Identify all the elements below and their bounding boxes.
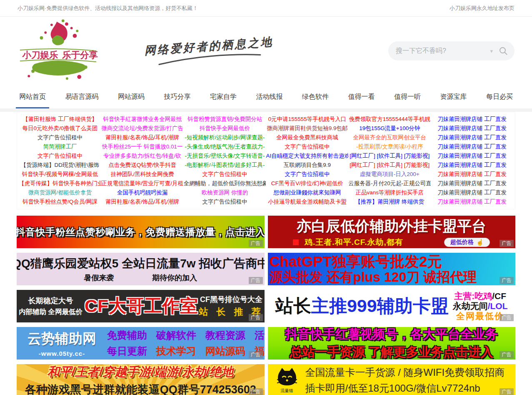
text-link[interactable]: 微商货源网/都能低价拿货 xyxy=(19,188,101,197)
text-link[interactable]: 莆田鞋服/名表/饰品/耳机/潮牌 xyxy=(101,197,184,206)
text-link[interactable]: 专业拼多多助力/拆红包/转盘/砍 xyxy=(101,151,184,161)
text-link[interactable]: 刀妹莆田潮牌店铺 工厂直发 xyxy=(431,124,513,133)
text-link[interactable]: 俛费领取官方15555444等手机靓 xyxy=(348,115,431,124)
banner-line2: 各种游戏黑号进群就能装逼QQ群号774253602 xyxy=(25,382,256,395)
text-link[interactable]: 钭音快手粉丝点赞/Q会员/网課 xyxy=(19,197,101,206)
text-link[interactable]: -短视频解析/运动刷步/网课查题- xyxy=(184,133,266,142)
text-link[interactable]: 微商交流论坛/免费发货源/打广告 xyxy=(101,124,184,133)
divider-strip xyxy=(0,108,532,112)
text-link[interactable]: 小挂逼导航最全游戏輔助及卡盟 xyxy=(266,197,348,206)
search-icon[interactable] xyxy=(499,46,508,55)
text-link[interactable]: 刀妹莆田潮牌店铺 工厂直发 xyxy=(431,151,513,161)
nav-item[interactable]: 资源宝库 xyxy=(440,85,467,108)
text-link[interactable]: [网红工厂] [软件工具] [万能影视] xyxy=(348,161,431,170)
text-link[interactable]: 虚擬電商項目-日入200+ xyxy=(348,170,431,179)
text-link[interactable]: 刀妹莆田潮牌店铺 工厂直发 xyxy=(431,133,513,142)
nav-item[interactable]: 每日必买 xyxy=(486,85,513,108)
nav-item[interactable]: 绿色软件 xyxy=(302,85,329,108)
text-link[interactable]: 刀妹莆田潮牌店铺 工厂直发 xyxy=(431,188,513,197)
nav-item[interactable]: 易语言源码 xyxy=(65,85,99,108)
text-link[interactable]: 19包155G流量+100分钟 xyxy=(348,124,431,133)
search-input[interactable] xyxy=(395,47,487,55)
topbar: 小刀娱乐网·免费提供绿色软件、活动线报以及其他网络资源，好货不私藏！ 小刀娱乐网… xyxy=(0,0,532,17)
text-link[interactable]: 文字广告位招租中 xyxy=(266,142,348,151)
text-link[interactable]: AI自瞄穩定大號支持所有射击遊戏 xyxy=(266,151,348,161)
banner-line1: QQ猎鹰乐园爱站权5 全站日流量7w 招收广告商中 xyxy=(17,256,265,272)
ad-banner-chatgpt[interactable]: ChatGPT独享账号批发2元 源头批发 还有plus 120刀 诚招代理 广告 xyxy=(268,253,516,285)
text-link[interactable]: 点击免费送Q钻赞/快手抖音 xyxy=(101,161,184,170)
nav-item[interactable]: 值得一听 xyxy=(394,85,421,108)
banner-line2a: 暑假来袭 xyxy=(84,273,114,283)
banner-line1: 和平/王者/穿越手游/端游/永劫/绝地 xyxy=(47,364,233,380)
ad-banner-qq-lieying[interactable]: QQ猎鹰乐园爱站权5 全站日流量7w 招收广告商中 暑假来袭 期待你的加入 广告 xyxy=(17,253,265,285)
low-price-button[interactable]: 超低价格 ☝ xyxy=(444,238,490,247)
text-link[interactable]: [网红工厂] [软件工具] [万能影视] xyxy=(348,151,431,161)
nav-item[interactable]: 值得一看 xyxy=(348,85,375,108)
text-link[interactable]: 刀妹莆田潮牌店铺 工厂直发 xyxy=(431,179,513,188)
text-link[interactable]: 欧柚资源网 你懂的 xyxy=(184,188,266,197)
text-link[interactable]: 想做副业賺錢你就來知賺网 xyxy=(266,188,348,197)
ad-badge: 广告 xyxy=(500,351,514,358)
text-link[interactable]: 钭音粉赞貨源直销/免費開分站 xyxy=(184,115,266,124)
text-link[interactable]: 文字广告位招租中 xyxy=(19,151,101,161)
text-link[interactable]: 文字广告位招租中 xyxy=(266,170,348,179)
text-link[interactable]: 文字广告位招租中 xyxy=(184,170,266,179)
text-link[interactable]: 刀妹莆田潮牌店铺 工厂直发 xyxy=(431,197,513,206)
text-link[interactable]: 抖音快手全网最低价 xyxy=(184,124,266,133)
nav-item[interactable]: 网站源码 xyxy=(118,85,145,108)
text-link[interactable]: 莆田鞋服/名表/饰品/耳机/潮牌 xyxy=(101,133,184,142)
ad-banner-liuliang-mao[interactable]: 流量猫 全国流量卡一手货源 / 随身WIFI免费领取招商 插卡即用/低至18元1… xyxy=(268,364,516,395)
text-link[interactable]: 【莆田鞋服饰 工厂终端供货】 xyxy=(19,115,101,124)
text-link[interactable]: -投票刷票/文章阅读/小程序 xyxy=(348,142,431,151)
text-link[interactable]: 0元申请155555等手机靓号入口 xyxy=(266,115,348,124)
ad-banner-yunshi-fuzhu[interactable]: 云势辅助网 -www.05ty.cc- 免费辅助 破解软件 教程资源 活动线报 … xyxy=(17,327,265,360)
text-link[interactable]: 全網輔助，超低价低到你無法想象 xyxy=(184,179,266,188)
nav-item[interactable]: 活动线报 xyxy=(256,85,283,108)
text-link[interactable]: -电影解析/斗图表情/超多好工具- xyxy=(184,161,266,170)
banner-word: 活动线报 xyxy=(255,329,265,342)
text-link[interactable]: 【虎哥传媒】钭音快手各种热门业 xyxy=(19,179,101,188)
text-link[interactable]: 钭音快手/视频号网棵/全网最低 xyxy=(19,170,101,179)
red-square-icon xyxy=(293,239,299,245)
ad-banner-game-heihao[interactable]: 和平/王者/穿越手游/端游/永劫/绝地 各种游戏黑号进群就能装逼QQ群号7742… xyxy=(17,364,265,395)
ad-banner-999-kameng[interactable]: 站长 主推999辅助卡盟 主营:吃鸡/CF 永劫无间/LOL 全网最低价 广告 xyxy=(268,290,516,322)
text-link[interactable]: 刀妹莆田潮牌店铺 工厂直发 xyxy=(431,115,513,124)
nav-item[interactable]: 技巧分享 xyxy=(164,85,191,108)
ad-banner-hongshu-shipin[interactable]: 抖音快手红薯视频号，各大平台全业务 总站一手资源 了解更多业务点击进入 广告 xyxy=(268,327,516,360)
text-link[interactable]: 【推荐】莆田潮牌 终端供货 xyxy=(348,197,431,206)
text-link[interactable]: -头像生成/绝版气泡/王者查战力- xyxy=(184,142,266,151)
text-link[interactable]: 钭音快手紅薯微博业务全网最抵 xyxy=(101,115,184,124)
nav-item[interactable]: 网站首页 xyxy=(19,85,46,108)
banner-r3: 全网最低价 xyxy=(456,311,504,321)
hand-pointer-icon: ☝ xyxy=(476,239,484,246)
text-link[interactable]: 快手粉丝25一千 钭音播放0.01一 xyxy=(101,142,184,151)
text-link[interactable]: 微商潮牌莆田鞋供货短袖9.9包邮 xyxy=(266,124,348,133)
text-link[interactable]: -无损音乐/壁纸头像/文字转语音- xyxy=(184,151,266,161)
permanent-address-link[interactable]: 小刀娱乐网永久地址发布页 xyxy=(450,5,515,12)
ad-banner-yibaichen-kameng[interactable]: 亦白辰低价辅助外挂卡盟平台 鸡.王者.和平.CF.永劫,都有 超低价格 ☝ 广告 xyxy=(268,216,516,248)
text-link[interactable]: 全国手机呺靓呺捡漏 xyxy=(101,188,184,197)
text-link[interactable]: 正品vans等潮牌折扣买手店 xyxy=(348,188,431,197)
chevron-down-icon[interactable]: ▾ xyxy=(490,48,493,54)
nav-item[interactable]: 宅家自学 xyxy=(210,85,237,108)
ad-banner-douyin-fans[interactable]: 抖音快手粉丝点赞秒唰业务，免费赠送播放量，点击进入 广告 xyxy=(17,216,265,248)
text-link[interactable]: 简简潮牌工厂 xyxy=(19,142,101,151)
text-link[interactable]: 刀妹莆田潮牌店铺 工厂直发 xyxy=(431,161,513,170)
banner-right1: CF黑号排位号大全 xyxy=(198,294,264,304)
ad-badge: 广告 xyxy=(500,314,514,321)
site-logo[interactable]: 小刀娱乐 乐于分享 xyxy=(17,19,99,81)
text-link[interactable]: 每日0元吃外卖/0撸饿了么美团 xyxy=(19,124,101,133)
text-link[interactable]: 全网最齐全的互联网创业平台 xyxy=(348,133,431,142)
text-link[interactable]: 挂神团队/黑科技全网俛费 xyxy=(101,170,184,179)
text-link[interactable]: 互联網項目合集9.9 xyxy=(266,161,348,170)
text-link[interactable]: 云服务器-月付20元起-正规公司直 xyxy=(348,179,431,188)
ad-banner-cf-dage[interactable]: 长期稳定大号 内部辅助 全网最低价 CF大哥工作室 CF黑号排位号大全 站 长 … xyxy=(17,290,265,322)
text-link[interactable]: 文字广告位招租中 xyxy=(184,197,266,206)
text-link[interactable]: 正規電信流量咔/营业厅可查/月租 xyxy=(101,179,184,188)
text-link[interactable]: 刀妹莆田潮牌店铺 工厂直发 xyxy=(431,142,513,151)
text-link[interactable]: 文字广告位招租中 xyxy=(19,133,101,142)
text-link[interactable]: 全网最全免費黑科技商城 xyxy=(266,133,348,142)
text-link[interactable]: CF黑号百V/排位/幻神/超低价 xyxy=(266,179,348,188)
text-link[interactable]: 【货源终端】DD现货\潮鞋\服饰 xyxy=(19,161,101,170)
text-link[interactable]: 刀妹莆田潮牌店铺 工厂直发 xyxy=(431,170,513,179)
